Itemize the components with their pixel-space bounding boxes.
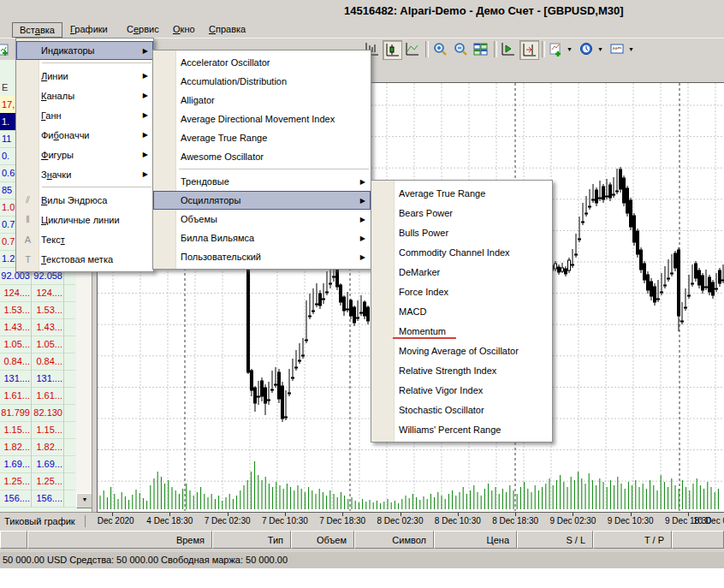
orders-column-тип[interactable]: Тип [212,531,291,549]
orders-column-цена[interactable]: Цена [434,531,517,549]
chart-shift-icon[interactable] [519,40,539,60]
axis-tick [285,513,286,516]
dropdown-arrow-icon[interactable]: ▼ [567,46,573,52]
oscillators-menu-item-bulls-power[interactable]: Bulls Power [371,223,552,242]
candle-body [271,389,274,390]
menu-item-label: Объемы [181,214,217,224]
orders-column-объем[interactable]: Объем [291,531,354,549]
candle-body [579,239,581,240]
candle-body [295,367,298,368]
axis-tick [631,513,632,516]
insert-menu-item-фигуры[interactable]: Фигуры▶ [16,145,153,164]
insert-menu-item-линии[interactable]: Линии▶ [16,66,153,86]
oscillators-menu-item-commodity-channel-index[interactable]: Commodity Channel Index [371,242,552,262]
candle-body [685,307,687,308]
menubar-item-1[interactable]: Вставка [12,22,62,38]
line-chart-icon[interactable] [403,40,421,58]
candle-body [589,206,591,207]
scroll-down-button[interactable]: ▼ [76,493,93,508]
ask-value: 1.69... [33,455,62,472]
menu-item-label: Фибоначчи [41,130,90,140]
menubar-item-5[interactable]: Справка [202,22,252,36]
oscillators-menu-item-macd[interactable]: MACD [371,301,552,321]
indicators-menu-item-пользовательский[interactable]: Пользовательский▶ [153,247,371,266]
templates-icon[interactable] [608,40,626,58]
periods-icon[interactable] [578,40,596,58]
dropdown-arrow-icon[interactable]: ▼ [628,46,634,52]
insert-menu-item-вилы-эндрюса[interactable]: ⫽Вилы Эндрюса [16,190,153,210]
bid-value: 0.84... [0,353,30,370]
insert-menu-item-каналы[interactable]: Каналы▶ [16,86,153,105]
oscillators-menu-item-relative-vigor-index[interactable]: Relative Vigor Index [371,380,552,400]
dropdown-arrow-icon[interactable]: ▼ [597,46,603,52]
menubar-item-2[interactable]: Графики [63,22,115,36]
oscillators-menu-item-stochastic-oscillator[interactable]: Stochastic Oscillator [371,400,552,419]
oscillators-menu-item-relative-strength-index[interactable]: Relative Strength Index [371,360,552,380]
insert-menu-item-цикличные-линии[interactable]: ⦀Цикличные линии [16,210,153,229]
candle-body [367,307,370,321]
indicators-menu-item-alligator[interactable]: Alligator [153,91,371,110]
new-chart-icon[interactable] [0,40,12,58]
menu-item-label: Индикаторы [41,45,95,56]
orders-column-empty[interactable] [0,531,27,549]
insert-menu-item-текстовая-метка[interactable]: TТекстовая метка [16,249,153,269]
candle-body [640,250,643,270]
ask-value: 1.43... [33,318,62,336]
menu-item-label: DeMarker [399,267,440,277]
oscillators-menu-item-moving-average-of-oscillator[interactable]: Moving Average of Oscillator [371,341,552,360]
orders-column-время[interactable]: Время [27,531,212,549]
insert-menu-item-фибоначчи[interactable]: Фибоначчи▶ [16,125,153,145]
indicators-menu-item-awesome-oscillator[interactable]: Awesome Oscillator [153,147,371,166]
zoom-out-icon[interactable] [451,40,469,58]
orders-column-empty[interactable] [672,531,724,549]
candle-body [299,360,301,361]
indicators-menu-item-accelerator-oscillator[interactable]: Accelerator Oscillator [153,53,371,72]
indicators-menu-item-accumulation-distribution[interactable]: Accumulation/Distribution [153,72,371,91]
indicators-menu-item-average-directional-movement-index[interactable]: Average Directional Movement Index [153,110,371,128]
oscillators-menu-item-force-index[interactable]: Force Index [371,282,552,301]
indicators-menu-item-трендовые[interactable]: Трендовые▶ [153,172,371,191]
indicators-menu-item-билла-вильямса[interactable]: Билла Вильямса▶ [153,229,371,247]
candle-body [302,355,305,356]
indicators-menu-item-average-true-range[interactable]: Average True Range [153,128,371,147]
candle-body [326,292,329,293]
tile-windows-icon[interactable] [472,40,490,58]
submenu-arrow-icon: ▶ [360,253,365,261]
indicators-submenu: Accelerator OscillatorAccumulation/Distr… [152,50,371,270]
oscillators-menu-item-demarker[interactable]: DeMarker [371,262,552,282]
insert-menu-item-значки[interactable]: Значки▶ [16,164,153,184]
axis-tick-label: 8 Dec 10:30 [435,516,481,526]
indicators-icon[interactable] [547,40,565,58]
ask-value: 124.... [33,284,62,301]
insert-menu-item-индикаторы[interactable]: Индикаторы▶ [16,41,153,60]
indicators-menu-item-объемы[interactable]: Объемы▶ [153,210,371,229]
orders-column-s-l[interactable]: S / L [517,531,593,549]
axis-tick-label: 7 Dec 18:30 [319,516,365,526]
menu-item-label: Линии [41,71,68,81]
oscillators-menu-item-bears-power[interactable]: Bears Power [371,203,552,223]
indicators-menu-item-осцилляторы[interactable]: Осцилляторы▶ [153,191,371,210]
orders-column-символ[interactable]: Символ [354,531,434,549]
toolbar-separator [425,41,429,57]
candlestick-chart-icon[interactable] [383,40,402,60]
ask-value: 0.84... [33,353,62,370]
menubar-item-3[interactable]: Сервис [120,22,166,36]
candle-body [292,377,294,378]
insert-menu-item-ганн[interactable]: Ганн▶ [16,105,153,125]
oscillators-menu-item-momentum[interactable]: Momentum [371,321,552,341]
zoom-in-icon[interactable] [430,40,448,58]
menu-item-label: Текст [41,235,65,245]
candle-body [691,283,694,284]
oscillators-menu-item-williams-percent-range[interactable]: Williams' Percent Range [371,419,552,439]
window-title: 14516482: Alpari-Demo - Демо Счет - [GBP… [344,4,624,17]
time-axis[interactable]: 4 Dec 20204 Dec 18:307 Dec 02:307 Dec 10… [97,512,724,530]
menu-item-label: Вилы Эндрюса [41,195,107,205]
candle-body [340,285,342,302]
insert-menu-item-текст[interactable]: AТекст [16,229,153,249]
oscillators-menu-item-average-true-range[interactable]: Average True Range [371,183,552,203]
orders-column-t-p[interactable]: T / P [593,531,672,549]
tab-tick-chart[interactable]: Тиковый график [1,514,79,528]
axis-tick-label: 10 Dec 0 [693,516,724,526]
auto-scroll-icon[interactable] [499,40,517,58]
menubar-item-4[interactable]: Окно [166,22,202,36]
